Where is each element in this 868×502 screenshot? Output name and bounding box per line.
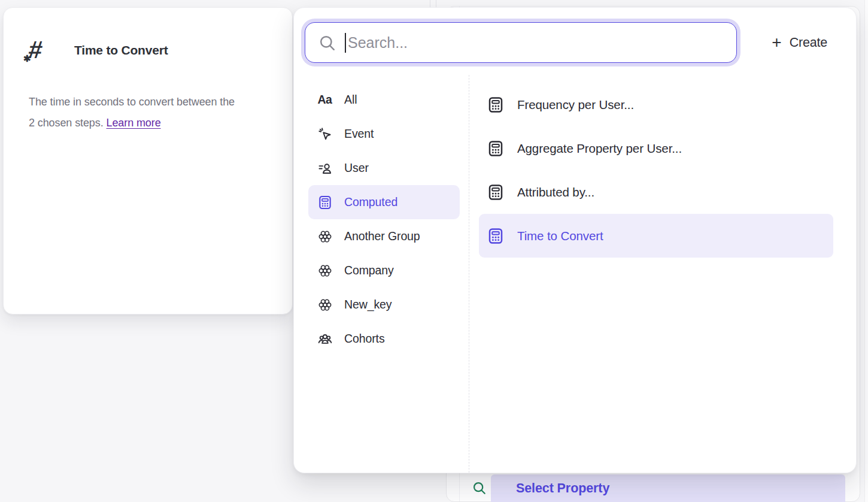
tooltip-description: The time in seconds to convert between t… [29,92,235,134]
search-input[interactable] [346,34,724,52]
search-field[interactable] [305,22,737,63]
event-cursor-icon [317,126,333,142]
learn-more-link[interactable]: Learn more [107,117,161,129]
property-tooltip-card: # ✱ Time to Convert The time in seconds … [3,7,293,314]
result-label: Attributed by... [517,185,594,199]
calculator-icon [487,183,505,201]
tooltip-header: # ✱ Time to Convert [29,38,168,62]
category-company[interactable]: Company [308,253,460,288]
group-cluster-icon [317,297,333,313]
page-background: Select Property # ✱ Time to Convert The … [0,0,868,502]
search-icon [317,33,337,53]
result-time-to-convert[interactable]: Time to Convert [479,214,833,258]
result-label: Frequency per User... [517,98,634,112]
background-panel-edge [864,0,868,502]
category-label: Event [344,127,374,141]
create-button[interactable]: + Create [772,29,827,56]
result-attributed-by[interactable]: Attributed by... [479,170,833,214]
category-event[interactable]: Event [308,117,460,151]
category-new-key[interactable]: New_key [308,288,460,322]
picker-body: Aa All Event [294,75,856,473]
tooltip-title: Time to Convert [74,43,168,58]
text-aa-icon: Aa [317,93,333,107]
category-another-group[interactable]: Another Group [308,219,460,253]
calculator-icon [487,227,505,245]
category-computed[interactable]: Computed [308,185,460,219]
calculator-icon [487,96,505,114]
calculator-icon [487,140,505,158]
result-aggregate-property-per-user[interactable]: Aggregate Property per User... [479,126,833,170]
select-property-label: Select Property [516,481,609,496]
result-frequency-per-user[interactable]: Frequency per User... [479,83,833,126]
category-label: Cohorts [344,332,385,346]
create-button-label: Create [790,35,827,50]
plus-icon: + [772,34,781,51]
user-profile-icon [317,161,333,176]
result-label: Time to Convert [517,229,603,243]
category-label: Computed [344,195,397,209]
background-divider [436,0,436,7]
calculator-icon [317,195,333,210]
group-cluster-icon [317,263,333,279]
background-divider [430,0,430,7]
cohorts-people-icon [317,331,333,347]
search-icon [471,480,487,498]
category-label: Another Group [344,229,420,243]
category-label: User [344,161,369,175]
numeric-property-icon: # ✱ [29,38,53,62]
property-picker-popover: + Create Aa All [293,7,857,473]
select-property-button[interactable]: Select Property [491,474,845,502]
category-all[interactable]: Aa All [308,83,460,117]
category-label: New_key [344,298,392,312]
category-label: Company [344,264,394,277]
result-label: Aggregate Property per User... [517,141,682,156]
category-cohorts[interactable]: Cohorts [308,322,460,356]
category-user[interactable]: User [308,151,460,185]
category-list: Aa All Event [294,75,469,473]
category-label: All [344,93,357,107]
group-cluster-icon [317,229,333,244]
results-list: Frequency per User... Aggregate Property… [469,75,856,473]
